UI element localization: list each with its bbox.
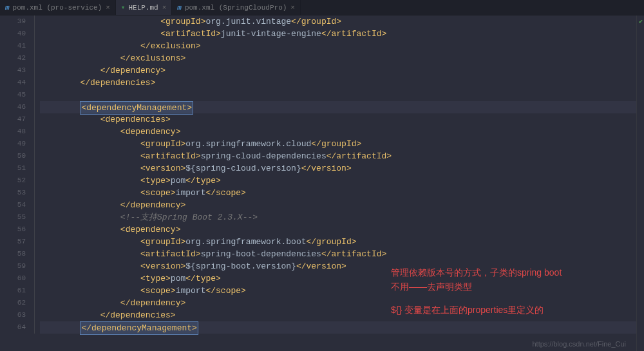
- tab-label: HELP.md: [128, 4, 158, 12]
- code-line[interactable]: <dependency>: [40, 126, 644, 138]
- line-number: 54: [0, 199, 26, 211]
- line-number: 64: [0, 321, 26, 334]
- code-line[interactable]: <groupId>org.junit.vintage</groupId>: [40, 15, 644, 28]
- editor-tabs: mpom.xml (pro-service)×▾HELP.md×mpom.xml…: [0, 0, 644, 15]
- code-content[interactable]: 💡 <groupId>org.junit.vintage</groupId> <…: [40, 15, 644, 351]
- fold-region: [32, 15, 40, 351]
- line-number: 53: [0, 187, 26, 199]
- maven-file-icon: m: [177, 4, 182, 12]
- code-line[interactable]: </dependencies>: [40, 77, 644, 89]
- code-line[interactable]: <scope>import</scope>: [40, 187, 644, 199]
- line-number: 44: [0, 77, 26, 89]
- line-number: 63: [0, 309, 26, 321]
- maven-file-icon: m: [5, 4, 10, 12]
- selection-highlight: <dependencyManagement>: [80, 101, 193, 115]
- close-icon[interactable]: ×: [290, 4, 295, 12]
- line-number-gutter: 3940414243444546474849505152535455565758…: [0, 15, 32, 351]
- code-line[interactable]: <version>${spring-cloud.version}</versio…: [40, 162, 644, 175]
- close-icon[interactable]: ×: [106, 4, 110, 12]
- code-line[interactable]: </dependencyManagement>: [40, 321, 644, 334]
- line-number: 52: [0, 175, 26, 187]
- code-line[interactable]: [40, 89, 644, 101]
- code-line[interactable]: </exclusions>: [40, 52, 644, 64]
- line-number: 46: [0, 101, 26, 113]
- code-line[interactable]: </exclusion>: [40, 40, 644, 52]
- line-number: 42: [0, 52, 26, 64]
- line-number: 51: [0, 162, 26, 175]
- markdown-file-icon: ▾: [121, 3, 126, 12]
- tab-label: pom.xml (pro-service): [13, 4, 102, 12]
- line-number: 50: [0, 150, 26, 162]
- editor-area: 3940414243444546474849505152535455565758…: [0, 15, 644, 351]
- code-line[interactable]: <dependency>: [40, 223, 644, 236]
- code-line[interactable]: <type>pom</type>: [40, 175, 644, 187]
- error-stripe[interactable]: ✔: [636, 15, 644, 351]
- line-number: 55: [0, 211, 26, 223]
- annotation-overlay: 管理依赖版本号的方式，子类的spring boot 不用——去声明类型 ${} …: [391, 265, 562, 317]
- code-line[interactable]: <!--支持Spring Boot 2.3.X-->: [40, 211, 644, 223]
- code-line[interactable]: <groupId>org.springframework.boot</group…: [40, 236, 644, 248]
- annotation-text: 不用——去声明类型: [391, 280, 562, 294]
- line-number: 40: [0, 28, 26, 40]
- code-line[interactable]: <dependencyManagement>: [40, 101, 644, 113]
- tab-label: pom.xml (SpringCloudPro): [185, 4, 287, 12]
- line-number: 43: [0, 64, 26, 77]
- editor-tab[interactable]: mpom.xml (SpringCloudPro)×: [172, 0, 301, 15]
- editor-tab[interactable]: ▾HELP.md×: [116, 0, 172, 15]
- analysis-ok-icon: ✔: [639, 17, 643, 25]
- line-number: 45: [0, 89, 26, 101]
- watermark: https://blog.csdn.net/Fine_Cui: [532, 340, 626, 348]
- code-line[interactable]: </dependency>: [40, 64, 644, 77]
- line-number: 39: [0, 15, 26, 28]
- line-number: 59: [0, 260, 26, 272]
- line-number: 41: [0, 40, 26, 52]
- code-line[interactable]: <artifactId>junit-vintage-engine</artifa…: [40, 28, 644, 40]
- close-icon[interactable]: ×: [162, 4, 167, 12]
- code-line[interactable]: <artifactId>spring-boot-dependencies</ar…: [40, 248, 644, 260]
- line-number: 60: [0, 272, 26, 285]
- code-line[interactable]: <artifactId>spring-cloud-dependencies</a…: [40, 150, 644, 162]
- annotation-text: ${} 变量是在上面的properties里定义的: [391, 303, 562, 317]
- line-number: 48: [0, 126, 26, 138]
- line-number: 47: [0, 113, 26, 126]
- line-number: 49: [0, 138, 26, 150]
- code-line[interactable]: <dependencies>: [40, 113, 644, 126]
- line-number: 56: [0, 223, 26, 236]
- line-number: 61: [0, 285, 26, 297]
- code-line[interactable]: </dependency>: [40, 199, 644, 211]
- line-number: 58: [0, 248, 26, 260]
- selection-highlight: </dependencyManagement>: [80, 321, 198, 335]
- line-number: 57: [0, 236, 26, 248]
- editor-tab[interactable]: mpom.xml (pro-service)×: [0, 0, 116, 15]
- line-number: 62: [0, 297, 26, 309]
- code-line[interactable]: <groupId>org.springframework.cloud</grou…: [40, 138, 644, 150]
- annotation-text: 管理依赖版本号的方式，子类的spring boot: [391, 265, 562, 280]
